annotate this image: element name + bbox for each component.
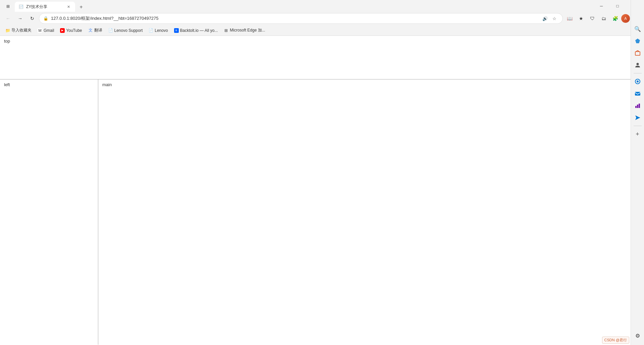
- gmail-icon: M: [38, 28, 42, 33]
- svg-marker-0: [635, 39, 640, 43]
- svg-rect-1: [635, 52, 640, 55]
- bookmark-lenovo-support[interactable]: 📄 Lenovo Support: [106, 27, 146, 34]
- backtoltio-icon: B: [174, 28, 179, 33]
- svg-point-2: [636, 63, 639, 65]
- sidebar-add-icon[interactable]: +: [632, 129, 643, 139]
- sidebar-chart-icon[interactable]: [632, 100, 643, 111]
- address-bar[interactable]: 🔒 127.0.0.1:8020/框架/index.html?__hbt=168…: [39, 13, 563, 24]
- extensions-icon[interactable]: 🧩: [610, 13, 621, 24]
- bookmark-import-label: 导入收藏夹: [11, 27, 32, 33]
- reading-view-icon[interactable]: 📖: [564, 13, 575, 24]
- title-bar: ⊞ 📄 ZY技术分享 ✕ + ─ □ ✕: [0, 0, 644, 12]
- address-bar-row: ← → ↻ 🔒 127.0.0.1:8020/框架/index.html?__h…: [0, 12, 644, 25]
- toolbar-icons: 📖 ★ 🛡 🗂 🧩 A ···: [564, 13, 641, 24]
- edge-icon: ⊞: [224, 28, 228, 33]
- tab-switcher-button[interactable]: ⊞: [3, 1, 13, 12]
- import-icon: 📁: [5, 28, 10, 33]
- bookmark-gmail[interactable]: M Gmail: [35, 27, 57, 34]
- collections-icon[interactable]: 🗂: [598, 13, 609, 24]
- minimize-button[interactable]: ─: [594, 1, 609, 11]
- tab-area: ⊞ 📄 ZY技术分享 ✕ +: [3, 0, 591, 12]
- favorites-star-icon[interactable]: ★: [576, 13, 586, 24]
- tab-favicon: 📄: [19, 4, 23, 9]
- top-label: top: [4, 39, 10, 44]
- sidebar-discover-icon[interactable]: [632, 36, 643, 46]
- address-icons: 🔊 ☆: [541, 14, 558, 22]
- browser-window: ⊞ 📄 ZY技术分享 ✕ + ─ □ ✕ ← → ↻ 🔒 127.0.0.1:8…: [0, 0, 644, 345]
- main-label: main: [102, 82, 112, 87]
- bookmarks-bar: 📁 导入收藏夹 M Gmail ▶ YouTube 文 翻译 📄 Lenovo …: [0, 25, 644, 36]
- sidebar-circle-icon[interactable]: [632, 76, 643, 87]
- sidebar-send-icon[interactable]: [632, 112, 643, 123]
- lock-icon: 🔒: [43, 16, 48, 21]
- svg-rect-5: [635, 92, 640, 96]
- read-aloud-icon[interactable]: 🔊: [541, 14, 549, 22]
- svg-point-4: [637, 80, 639, 82]
- browser-essentials-icon[interactable]: 🛡: [587, 13, 598, 24]
- svg-rect-7: [637, 105, 638, 108]
- bookmark-translate[interactable]: 文 翻译: [86, 26, 105, 35]
- forward-button[interactable]: →: [15, 13, 25, 24]
- bookmark-lenovo-label: Lenovo: [155, 28, 168, 33]
- content-area: top left main 🔍: [0, 36, 644, 345]
- active-tab[interactable]: 📄 ZY技术分享 ✕: [15, 2, 75, 12]
- tab-title: ZY技术分享: [26, 4, 63, 10]
- refresh-button[interactable]: ↻: [27, 13, 38, 24]
- bookmark-edge-label: Microsoft Edge 加...: [230, 27, 265, 33]
- url-text: 127.0.0.1:8020/框架/index.html?__hbt=16872…: [51, 15, 538, 21]
- tab-close-button[interactable]: ✕: [66, 4, 71, 9]
- frame-top: top: [0, 36, 631, 79]
- bookmark-gmail-label: Gmail: [44, 28, 54, 33]
- sidebar-divider-1: [634, 73, 642, 73]
- bookmark-youtube[interactable]: ▶ YouTube: [57, 27, 85, 34]
- youtube-icon: ▶: [60, 28, 65, 33]
- new-tab-button[interactable]: +: [76, 2, 86, 12]
- frame-left: left: [0, 79, 98, 345]
- bookmark-backtoltio[interactable]: B Backtolt.io — All yo...: [171, 27, 221, 34]
- sidebar-settings-icon[interactable]: ⚙: [632, 330, 643, 341]
- frame-main: main: [98, 79, 631, 345]
- back-button[interactable]: ←: [3, 13, 13, 24]
- edge-sidebar: 🔍 + ⚙: [631, 36, 644, 345]
- bookmark-import[interactable]: 📁 导入收藏夹: [3, 26, 34, 35]
- page-content: top left main: [0, 36, 631, 345]
- left-label: left: [4, 82, 10, 87]
- bookmark-backtoltio-label: Backtolt.io — All yo...: [180, 28, 218, 33]
- sidebar-shopping-icon[interactable]: [632, 48, 643, 58]
- frame-bottom: left main: [0, 79, 631, 345]
- maximize-button[interactable]: □: [610, 1, 625, 11]
- svg-rect-8: [639, 104, 640, 108]
- sidebar-profile-icon[interactable]: [632, 60, 643, 70]
- favorites-icon[interactable]: ☆: [550, 14, 558, 22]
- sidebar-outlook-icon[interactable]: [632, 88, 643, 99]
- profile-avatar[interactable]: A: [621, 14, 630, 23]
- lenovo-support-icon: 📄: [108, 28, 113, 33]
- bookmark-lenovo[interactable]: 📄 Lenovo: [146, 27, 170, 34]
- svg-rect-6: [635, 106, 637, 108]
- bookmark-lenovo-support-label: Lenovo Support: [114, 28, 143, 33]
- bookmark-microsoft-edge[interactable]: ⊞ Microsoft Edge 加...: [221, 26, 268, 35]
- lenovo-icon: 📄: [149, 28, 153, 33]
- bookmark-translate-label: 翻译: [94, 27, 102, 33]
- sidebar-divider-2: [634, 126, 642, 126]
- csdn-badge: CSDN @君行: [602, 337, 629, 344]
- translate-icon: 文: [88, 28, 93, 33]
- bookmark-youtube-label: YouTube: [66, 28, 82, 33]
